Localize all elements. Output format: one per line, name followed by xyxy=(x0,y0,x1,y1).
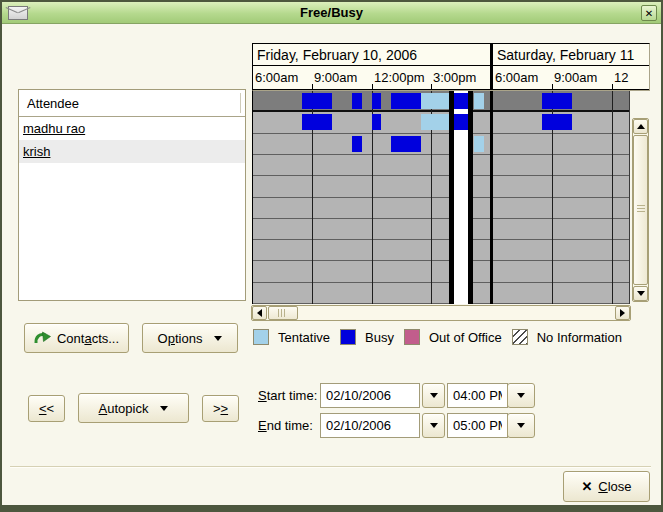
grid-hour-line xyxy=(612,91,613,304)
next-slot-label: >> xyxy=(213,401,228,416)
close-x-icon: ✕ xyxy=(645,8,653,19)
grid-row xyxy=(253,198,629,219)
freebusy-grid[interactable] xyxy=(252,91,630,304)
window-close-button[interactable]: ✕ xyxy=(641,5,657,21)
busy-swatch xyxy=(340,329,356,345)
time-tick xyxy=(552,84,553,89)
attendee-list[interactable]: Attendee madhu raokrish xyxy=(18,89,246,301)
selection-end-bar[interactable] xyxy=(468,91,473,304)
legend-label: No Information xyxy=(537,330,622,345)
day-boundary-line xyxy=(490,91,493,304)
busy-block xyxy=(352,136,362,152)
tentative-swatch xyxy=(253,329,269,345)
end-date-input[interactable] xyxy=(320,413,420,438)
tentative-block xyxy=(474,93,484,109)
scroll-right-icon xyxy=(620,309,625,317)
selection-start-bar[interactable] xyxy=(449,91,454,304)
legend-label: Tentative xyxy=(278,330,330,345)
time-header-label: 12:00pm xyxy=(374,70,425,85)
scroll-left-icon xyxy=(257,309,262,317)
end-time-dropdown-button[interactable] xyxy=(507,413,535,438)
time-tick xyxy=(431,84,432,89)
grid-row xyxy=(253,176,629,198)
start-date-dropdown-button[interactable] xyxy=(422,383,445,408)
busy-block xyxy=(372,114,381,130)
tentative-block xyxy=(421,114,451,130)
chevron-down-icon xyxy=(430,423,438,428)
date-header-row: Friday, February 10, 2006Saturday, Febru… xyxy=(253,44,649,66)
busy-block xyxy=(391,93,421,109)
tentative-block xyxy=(421,93,451,109)
scroll-up-icon xyxy=(637,124,645,129)
contacts-button[interactable]: Contacts... xyxy=(24,323,129,353)
end-time-input[interactable] xyxy=(447,413,508,438)
schedule-header: Friday, February 10, 2006Saturday, Febru… xyxy=(252,43,650,91)
scroll-down-button[interactable] xyxy=(633,286,648,301)
next-slot-button[interactable]: >> xyxy=(202,395,239,422)
freebusy-dialog: Free/Busy ✕ Attendee madhu raokrish Frid… xyxy=(0,0,663,512)
legend-label: Busy xyxy=(365,330,394,345)
busy-block xyxy=(391,136,421,152)
legend-label: Out of Office xyxy=(429,330,502,345)
chevron-down-icon xyxy=(517,423,525,428)
attendee-rows: madhu raokrish xyxy=(19,117,245,163)
start-time-label: Start time: xyxy=(258,383,317,408)
grip-icon xyxy=(278,309,287,317)
close-button-label: Close xyxy=(598,479,631,494)
scroll-left-button[interactable] xyxy=(252,306,267,320)
grid-row xyxy=(253,134,629,155)
busy-block xyxy=(372,93,381,109)
scroll-right-button[interactable] xyxy=(615,306,630,320)
scroll-down-icon xyxy=(637,291,645,296)
close-x-icon: ✕ xyxy=(581,479,592,494)
start-time-input[interactable] xyxy=(447,383,508,408)
out-of-office-swatch xyxy=(404,329,420,345)
autopick-label: Autopick xyxy=(99,401,149,416)
grid-row xyxy=(253,240,629,261)
autopick-button[interactable]: Autopick xyxy=(78,393,189,423)
no-info-swatch xyxy=(512,329,528,345)
freebusy-legend: TentativeBusyOut of OfficeNo Information xyxy=(253,328,632,346)
options-button-label: Options xyxy=(158,331,203,346)
attendee-row[interactable]: madhu rao xyxy=(19,117,245,140)
time-tick xyxy=(312,84,313,89)
grid-row xyxy=(253,261,629,283)
chevron-down-icon xyxy=(430,393,438,398)
footer-separator xyxy=(10,466,651,468)
busy-block xyxy=(302,93,332,109)
start-time-dropdown-button[interactable] xyxy=(507,383,535,408)
options-button[interactable]: Options xyxy=(142,323,238,353)
tentative-block xyxy=(474,136,484,152)
attendee-header-label: Attendee xyxy=(27,96,79,111)
time-header-label: 3:00pm xyxy=(433,70,476,85)
time-header-label: 9:00am xyxy=(554,70,597,85)
end-time-label: End time: xyxy=(258,413,313,438)
time-header-label: 12 xyxy=(614,70,628,85)
date-header-cell: Friday, February 10, 2006 xyxy=(253,44,490,66)
time-header-row: 6:00am9:00am12:00pm3:00pm6:00am9:00am12 xyxy=(253,67,649,90)
previous-slot-button[interactable]: << xyxy=(28,395,65,422)
chevron-down-icon xyxy=(160,406,168,411)
date-header-cell: Saturday, February 11 xyxy=(493,44,649,66)
grid-row xyxy=(253,283,629,304)
vertical-scrollbar-thumb[interactable] xyxy=(633,135,648,285)
horizontal-scrollbar-thumb[interactable] xyxy=(268,306,298,320)
close-button[interactable]: ✕ Close xyxy=(563,471,650,502)
titlebar[interactable]: Free/Busy ✕ xyxy=(2,2,661,24)
attendee-row[interactable]: krish xyxy=(19,140,245,163)
busy-block xyxy=(542,114,572,130)
chevron-down-icon xyxy=(517,393,525,398)
end-date-dropdown-button[interactable] xyxy=(422,413,445,438)
time-tick xyxy=(612,84,613,89)
busy-block xyxy=(302,114,332,130)
envelope-icon xyxy=(8,6,28,20)
contacts-arrow-icon xyxy=(34,331,51,346)
scroll-up-button[interactable] xyxy=(633,119,648,134)
horizontal-scrollbar[interactable] xyxy=(251,305,631,321)
start-date-input[interactable] xyxy=(320,383,420,408)
grip-icon xyxy=(637,205,645,214)
vertical-scrollbar[interactable] xyxy=(632,118,649,302)
previous-slot-label: << xyxy=(39,401,54,416)
attendee-column-header[interactable]: Attendee xyxy=(19,90,245,117)
busy-block xyxy=(542,93,572,109)
